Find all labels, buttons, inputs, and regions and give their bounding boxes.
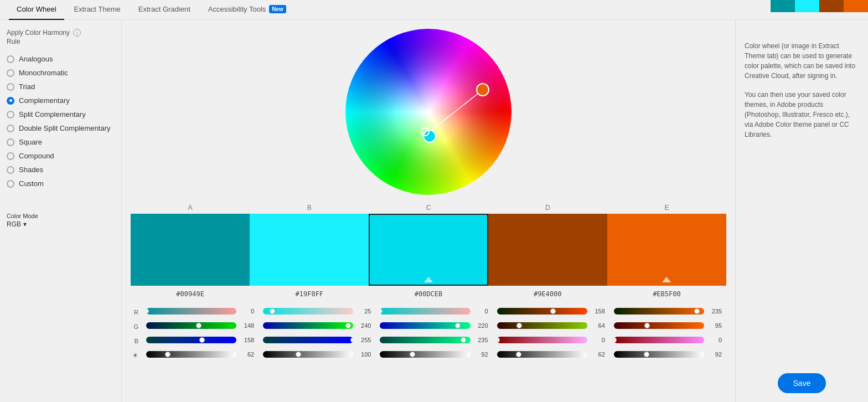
wheel-handle-orange[interactable] [476, 83, 489, 96]
slider-columns: R G B ☀ [131, 305, 726, 363]
sun-icon: ☀ [131, 352, 138, 359]
tab-accessibility-tools[interactable]: Accessibility Tools New [200, 0, 294, 20]
radio-compound[interactable]: Compound [7, 149, 115, 163]
swatch-c-triangle [424, 277, 433, 282]
slider-track-e-r[interactable] [614, 308, 704, 315]
val-d-g: 64 [590, 322, 605, 329]
radio-monochromatic[interactable]: Monochromatic [7, 66, 115, 80]
slider-track-c-b[interactable] [380, 337, 470, 343]
swatch-label-c: C [369, 204, 488, 214]
radio-square[interactable]: Square [7, 135, 115, 149]
slider-track-d-h[interactable] [497, 351, 587, 358]
val-a-r: 0 [239, 308, 254, 315]
sliders-col-e: 235 95 0 [609, 305, 726, 363]
thumb-c-b [461, 337, 466, 343]
radio-double-split-complementary[interactable]: Double Split Complementary [7, 121, 115, 135]
hex-b: #19F0FF [250, 290, 369, 298]
slider-track-e-b[interactable] [614, 337, 704, 343]
slider-track-e-g[interactable] [614, 322, 704, 329]
radio-custom[interactable]: Custom [7, 177, 115, 190]
swatch-e-triangle [662, 277, 671, 282]
info-icon[interactable]: i [73, 29, 81, 37]
val-b-r: 25 [355, 308, 371, 315]
main-layout: Apply Color Harmony i Rule Analogous Mon… [0, 20, 868, 402]
thumb-b-b [350, 337, 353, 343]
swatches-row [131, 214, 726, 286]
slider-track-a-h[interactable] [146, 351, 236, 358]
slider-track-b-g[interactable] [263, 322, 353, 329]
thumb-b-r [270, 308, 275, 314]
slider-c-b: 235 [380, 333, 488, 347]
slider-e-g: 95 [614, 319, 722, 332]
slider-track-c-g[interactable] [380, 322, 470, 329]
slider-track-b-b[interactable] [263, 337, 353, 343]
radio-circle-square [7, 138, 14, 146]
val-c-r: 0 [473, 308, 488, 315]
slider-track-d-r[interactable] [497, 308, 587, 315]
thumb-a-g [196, 323, 202, 328]
swatches-section: A B C D E [131, 204, 726, 286]
r-label-row: R [131, 306, 142, 319]
slider-b-h: 100 [263, 348, 371, 361]
slider-track-b-h[interactable] [263, 351, 353, 358]
tab-extract-theme[interactable]: Extract Theme [66, 0, 128, 20]
swatch-e[interactable] [607, 214, 726, 286]
slider-a-h: 62 [146, 348, 254, 361]
slider-track-c-h[interactable] [380, 351, 470, 358]
color-wheel-container[interactable] [345, 29, 512, 195]
val-c-h: 92 [473, 351, 488, 358]
val-e-r: 235 [706, 308, 722, 315]
swatch-b[interactable] [250, 214, 369, 286]
harmony-rule-label: Rule [7, 38, 115, 45]
thumb-c-r [380, 308, 383, 314]
val-e-g: 95 [706, 322, 722, 329]
swatch-label-b: B [250, 204, 369, 214]
color-wheel-canvas[interactable] [345, 29, 512, 195]
radio-complementary[interactable]: Complementary [7, 94, 115, 107]
radio-analogous[interactable]: Analogous [7, 52, 115, 66]
preview-swatch-a [771, 0, 795, 12]
harmony-label: Apply Color Harmony i [7, 29, 115, 37]
val-a-b: 158 [239, 337, 254, 343]
thumb-e-b [614, 337, 617, 343]
radio-triad[interactable]: Triad [7, 80, 115, 94]
thumb-a-b [199, 337, 205, 343]
slider-track-d-b[interactable] [497, 337, 587, 343]
thumb-b-h [296, 352, 301, 357]
slider-track-e-h[interactable] [614, 351, 704, 358]
swatch-d[interactable] [488, 214, 607, 286]
h-label-row: ☀ [131, 349, 142, 362]
slider-track-b-r[interactable] [263, 308, 353, 315]
center-panel: A B C D E #00949E #19F0FF #0 [122, 20, 735, 402]
top-navigation: Color Wheel Extract Theme Extract Gradie… [0, 0, 868, 20]
slider-track-c-r[interactable] [380, 308, 470, 315]
slider-track-a-g[interactable] [146, 322, 236, 329]
swatch-c[interactable] [369, 214, 488, 286]
preview-swatch-c [819, 0, 844, 12]
slider-c-h: 92 [380, 348, 488, 361]
val-e-h: 92 [706, 351, 722, 358]
val-e-b: 0 [706, 337, 722, 343]
val-d-h: 62 [590, 351, 605, 358]
slider-track-a-r[interactable] [146, 308, 236, 315]
tab-color-wheel[interactable]: Color Wheel [9, 0, 64, 20]
thumb-a-h [165, 352, 170, 357]
radio-shades[interactable]: Shades [7, 163, 115, 177]
slider-c-g: 220 [380, 319, 488, 332]
slider-e-h: 92 [614, 348, 722, 361]
tab-extract-gradient[interactable]: Extract Gradient [131, 0, 198, 20]
val-b-g: 240 [355, 322, 371, 329]
slider-track-a-b[interactable] [146, 337, 236, 343]
radio-circle-monochromatic [7, 69, 14, 77]
top-preview-colors [771, 0, 868, 12]
radio-split-complementary[interactable]: Split Complementary [7, 107, 115, 121]
val-b-b: 255 [355, 337, 371, 343]
slider-a-b: 158 [146, 333, 254, 347]
sliders-col-b: 25 240 255 [259, 305, 375, 363]
thumb-a-r [146, 308, 149, 314]
swatch-a[interactable] [131, 214, 250, 286]
slider-track-d-g[interactable] [497, 322, 587, 329]
color-mode-select[interactable]: RGB ▾ [7, 220, 115, 228]
save-button[interactable]: Save [778, 373, 826, 393]
slider-row-labels: R G B ☀ [131, 305, 142, 363]
